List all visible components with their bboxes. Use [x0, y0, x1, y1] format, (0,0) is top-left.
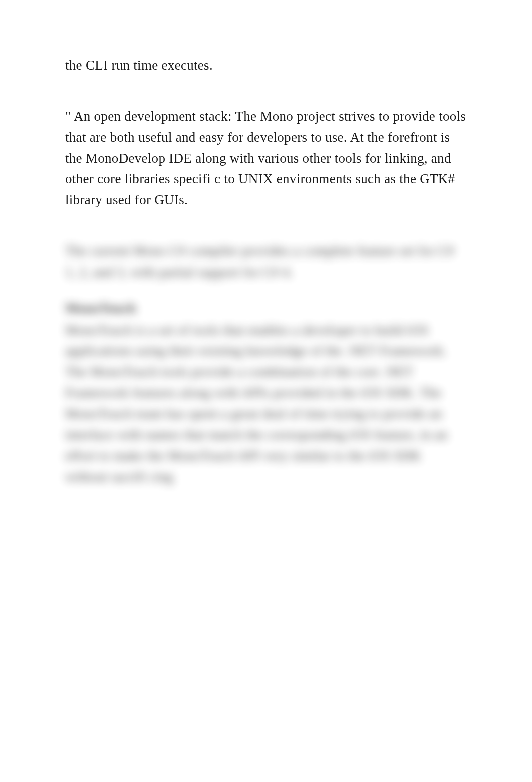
blurred-preview: The current Mono C# compiler provides a …: [65, 241, 467, 487]
document-content: the CLI run time executes. " An open dev…: [65, 55, 467, 487]
paragraph-open-dev-stack: " An open development stack: The Mono pr…: [65, 106, 467, 211]
paragraph-cli-runtime: the CLI run time executes.: [65, 55, 467, 76]
paragraph-monotouch-desc: MonoTouch is a set of tools that enables…: [65, 320, 467, 488]
paragraph-compiler-feature: The current Mono C# compiler provides a …: [65, 241, 467, 283]
heading-monotouch: MonoTouch: [65, 298, 467, 319]
